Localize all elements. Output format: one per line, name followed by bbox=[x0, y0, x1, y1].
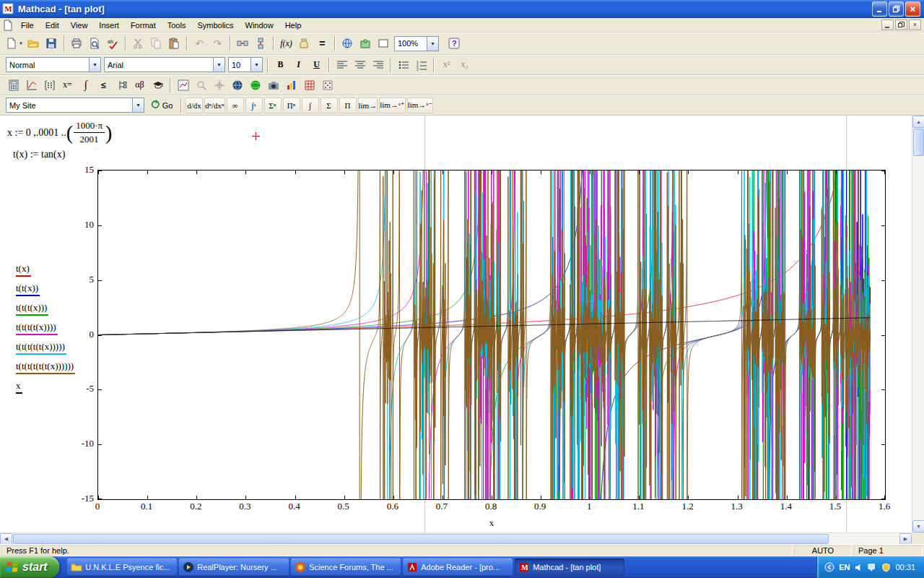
chevron-down-icon[interactable]: ▼ bbox=[250, 58, 262, 72]
align-across-button[interactable] bbox=[235, 35, 251, 51]
print-preview-button[interactable] bbox=[87, 35, 103, 51]
range-product-button[interactable]: Πⁿ bbox=[283, 98, 300, 113]
product-button[interactable]: Π bbox=[339, 98, 357, 113]
redo-button[interactable]: ↷ bbox=[209, 35, 226, 51]
style-combobox[interactable]: Normal ▼ bbox=[6, 57, 101, 72]
print-button[interactable] bbox=[69, 35, 85, 51]
derivative-button[interactable]: d/dx bbox=[186, 98, 203, 113]
taskbar-task-folder[interactable]: U.N.K.L.E Psyence fic... bbox=[67, 558, 177, 576]
subscript-button[interactable]: x₂ bbox=[456, 57, 473, 73]
menu-format[interactable]: Format bbox=[125, 20, 162, 31]
minimize-button[interactable] bbox=[872, 1, 887, 17]
boolean-palette-button[interactable]: ≤ bbox=[95, 77, 112, 93]
programming-palette-button[interactable] bbox=[113, 77, 130, 93]
new-button[interactable]: ▼ bbox=[5, 35, 24, 51]
document-icon[interactable] bbox=[2, 20, 14, 31]
help-button[interactable]: ? bbox=[446, 35, 463, 51]
mdi-minimize-button[interactable] bbox=[881, 20, 894, 30]
worksheet[interactable]: x := 0 ,.0001 .. ( 1000·π 2001 ) t(x) :=… bbox=[0, 116, 924, 532]
evaluation-palette-button[interactable]: x= bbox=[59, 77, 76, 93]
open-button[interactable] bbox=[25, 35, 42, 51]
bullet-list-button[interactable] bbox=[395, 57, 411, 73]
contour-plot-button[interactable] bbox=[247, 77, 263, 93]
italic-button[interactable]: I bbox=[290, 57, 307, 73]
restore-button[interactable] bbox=[889, 1, 904, 17]
greek-palette-button[interactable]: αβ bbox=[131, 77, 148, 93]
xy-plot-button[interactable] bbox=[175, 77, 191, 93]
trace-plot-button[interactable] bbox=[211, 77, 227, 93]
menu-view[interactable]: View bbox=[65, 20, 94, 31]
menu-tools[interactable]: Tools bbox=[162, 20, 192, 31]
zoom-combobox[interactable]: 100% ▼ bbox=[394, 36, 439, 51]
zoom-plot-button[interactable] bbox=[193, 77, 209, 93]
bar-plot-button[interactable] bbox=[283, 77, 300, 93]
mdi-restore-button[interactable] bbox=[895, 20, 907, 30]
limit-left-button[interactable]: lim→ᵃ⁻ bbox=[407, 98, 433, 113]
insert-unit-button[interactable] bbox=[296, 35, 313, 51]
chevron-down-icon[interactable]: ▼ bbox=[427, 37, 438, 51]
paste-button[interactable] bbox=[166, 35, 183, 51]
function-definition-region[interactable]: t(x) := tan(x) bbox=[13, 149, 65, 160]
chevron-down-icon[interactable]: ▼ bbox=[19, 41, 23, 46]
scroll-down-button[interactable]: ▼ bbox=[912, 520, 924, 532]
taskbar-task-browser[interactable]: Science Forums, The ... bbox=[291, 558, 401, 576]
symbolic-palette-button[interactable] bbox=[149, 77, 166, 93]
hide-icons-chevron-icon[interactable] bbox=[824, 562, 834, 572]
menu-edit[interactable]: Edit bbox=[40, 20, 65, 31]
go-button[interactable]: Go bbox=[147, 98, 177, 113]
superscript-button[interactable]: x² bbox=[438, 57, 455, 73]
menu-file[interactable]: File bbox=[15, 20, 40, 31]
cut-button[interactable] bbox=[130, 35, 147, 51]
insert-object-button[interactable] bbox=[375, 35, 392, 51]
chevron-down-icon[interactable]: ▼ bbox=[89, 58, 100, 72]
summation-button[interactable]: Σ bbox=[321, 98, 338, 113]
network-icon[interactable] bbox=[868, 563, 877, 572]
scatter-plot-button[interactable] bbox=[301, 77, 318, 93]
mathcad-app-icon[interactable]: M bbox=[2, 3, 14, 15]
matrix-palette-button[interactable] bbox=[41, 77, 58, 93]
insert-function-button[interactable]: f(x) bbox=[278, 35, 295, 51]
menu-window[interactable]: Window bbox=[240, 20, 279, 31]
menu-symbolics[interactable]: Symbolics bbox=[191, 20, 239, 31]
taskbar-task-adobe-reader[interactable]: Adobe Reader - [pro... bbox=[403, 558, 513, 576]
scroll-up-button[interactable]: ▲ bbox=[912, 116, 924, 128]
close-button[interactable]: × bbox=[905, 1, 920, 17]
align-center-button[interactable] bbox=[352, 57, 368, 73]
range-definition-region[interactable]: x := 0 ,.0001 .. ( 1000·π 2001 ) bbox=[7, 120, 112, 145]
range-sum-button[interactable]: Σⁿ bbox=[264, 98, 282, 113]
menu-insert[interactable]: Insert bbox=[93, 20, 125, 31]
scroll-left-button[interactable]: ◀ bbox=[0, 533, 12, 545]
align-left-button[interactable] bbox=[334, 57, 350, 73]
font-combobox[interactable]: Arial ▼ bbox=[104, 57, 225, 72]
numbered-list-button[interactable]: 123 bbox=[413, 57, 430, 73]
taskbar-task-realplayer[interactable]: RealPlayer: Nursery ... bbox=[179, 558, 289, 576]
indefinite-integral-button[interactable]: ∫ bbox=[302, 98, 319, 113]
calculus-palette-button[interactable]: ∫ bbox=[77, 77, 94, 93]
scroll-right-button[interactable]: ▶ bbox=[899, 533, 912, 545]
vertical-scroll-thumb[interactable] bbox=[913, 129, 924, 156]
mdi-close-button[interactable]: × bbox=[909, 20, 921, 30]
underline-button[interactable]: U bbox=[308, 57, 325, 73]
nth-derivative-button[interactable]: dⁿ/dxⁿ bbox=[204, 98, 225, 113]
tan-plot-canvas[interactable] bbox=[97, 170, 886, 500]
insert-hyperlink-button[interactable] bbox=[339, 35, 356, 51]
infinity-button[interactable]: ∞ bbox=[227, 98, 244, 113]
align-right-button[interactable] bbox=[370, 57, 386, 73]
align-down-button[interactable] bbox=[253, 35, 269, 51]
menu-help[interactable]: Help bbox=[279, 20, 308, 31]
copy-button[interactable] bbox=[148, 35, 165, 51]
security-shield-icon[interactable] bbox=[881, 563, 891, 572]
volume-icon[interactable] bbox=[854, 563, 863, 572]
calculator-palette-button[interactable] bbox=[5, 77, 22, 93]
bold-button[interactable]: B bbox=[272, 57, 289, 73]
vertical-scrollbar[interactable]: ▲ ▼ bbox=[912, 116, 924, 532]
start-button[interactable]: start bbox=[0, 556, 59, 578]
definite-integral-button[interactable]: ∫ᵃ bbox=[245, 98, 263, 113]
taskbar-task-mathcad[interactable]: M Mathcad - [tan plot] bbox=[515, 558, 624, 576]
horizontal-scrollbar[interactable]: ◀ ▶ bbox=[0, 532, 912, 544]
chevron-down-icon[interactable]: ▼ bbox=[213, 58, 225, 72]
graph-palette-button[interactable] bbox=[23, 77, 40, 93]
horizontal-scroll-thumb[interactable] bbox=[13, 534, 829, 544]
save-button[interactable] bbox=[43, 35, 60, 51]
language-indicator[interactable]: EN bbox=[839, 563, 850, 571]
